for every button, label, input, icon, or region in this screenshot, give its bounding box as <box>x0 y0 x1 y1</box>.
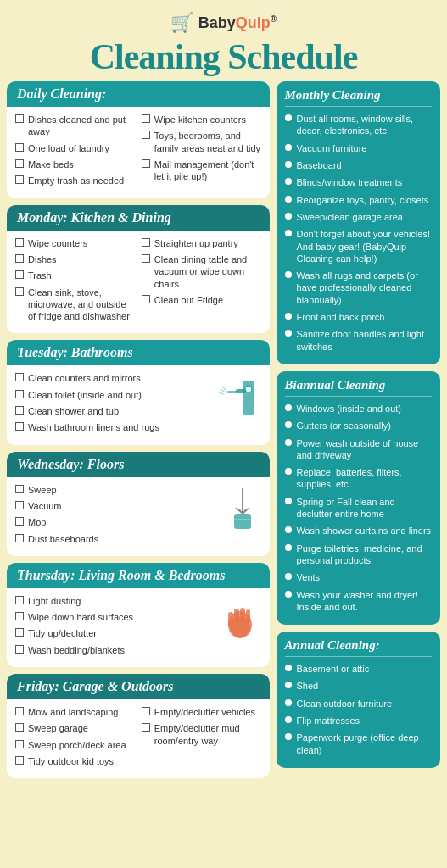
wednesday-header: Wednesday: Floors <box>7 452 270 477</box>
checkbox[interactable] <box>15 485 24 493</box>
checkbox[interactable] <box>142 707 150 715</box>
thursday-title: Thursday: Living Room & Bedrooms <box>17 568 260 583</box>
cart-icon: 🛒 <box>170 12 193 34</box>
bullet-icon <box>285 716 292 723</box>
checkbox[interactable] <box>142 159 150 168</box>
friday-item-3: Sweep porch/deck area <box>15 739 135 751</box>
annual-item-2: Shed <box>285 680 432 692</box>
biannual-item-7: Purge toiletries, medicine, and personal… <box>285 542 432 567</box>
checkbox[interactable] <box>15 596 24 604</box>
biannual-item-9: Wash your washer and dryer! Inside and o… <box>285 589 432 614</box>
left-column: Daily Cleaning: Dishes cleaned and put a… <box>7 81 270 785</box>
checkbox[interactable] <box>15 175 24 184</box>
daily-item-7: Mail management (don't let it pile up!) <box>142 159 261 183</box>
friday-title: Friday: Garage & Outdoors <box>17 679 260 694</box>
checkbox[interactable] <box>142 295 150 303</box>
tuesday-section: Tuesday: Bathrooms Clean counters an <box>7 340 270 444</box>
spray-bottle-icon <box>219 372 261 426</box>
checkbox[interactable] <box>15 628 24 637</box>
monthly-item-7: Don't forget about your vehicles! And ba… <box>285 228 432 264</box>
wednesday-section: Wednesday: Floors Sweep Va <box>7 452 270 556</box>
checkbox[interactable] <box>15 159 24 168</box>
thursday-item-3: Tidy up/declutter <box>15 627 212 639</box>
annual-item-1: Basement or attic <box>285 663 432 675</box>
checkbox[interactable] <box>15 517 24 526</box>
checkbox[interactable] <box>15 390 24 398</box>
monthly-section: Monthly Cleaning Dust all rooms, window … <box>277 81 440 364</box>
checkbox[interactable] <box>142 131 150 139</box>
checkbox[interactable] <box>15 612 24 620</box>
checkbox[interactable] <box>142 114 150 123</box>
bullet-icon <box>285 682 292 688</box>
checkbox[interactable] <box>15 287 24 296</box>
svg-rect-7 <box>234 514 251 529</box>
right-column: Monthly Cleaning Dust all rooms, window … <box>277 81 440 785</box>
thursday-body: Light dusting Wipe down hard surfaces Ti… <box>7 588 270 667</box>
wednesday-item-3: Mop <box>15 516 212 528</box>
checkbox[interactable] <box>15 373 24 381</box>
checkbox[interactable] <box>142 254 150 263</box>
bullet-icon <box>285 544 292 551</box>
bullet-icon <box>285 114 292 121</box>
bullet-icon <box>285 591 292 598</box>
monthly-item-3: Baseboard <box>285 159 432 171</box>
checkbox[interactable] <box>15 270 24 279</box>
monday-body: Wipe counters Dishes Trash Clean sink, s… <box>7 231 270 334</box>
checkbox[interactable] <box>15 114 24 123</box>
bullet-icon <box>285 468 292 475</box>
checkbox[interactable] <box>142 238 150 247</box>
checkbox[interactable] <box>15 501 24 509</box>
checkbox[interactable] <box>15 254 24 263</box>
checkbox[interactable] <box>15 422 24 431</box>
annual-item-4: Flip mattresses <box>285 715 432 726</box>
monthly-item-4: Blinds/window treatments <box>285 176 432 188</box>
daily-body: Dishes cleaned and put away One load of … <box>7 107 270 198</box>
friday-item-6: Empty/declutter mud room/entry way <box>142 722 261 747</box>
checkbox[interactable] <box>15 143 24 152</box>
bullet-icon <box>285 230 292 236</box>
checkbox[interactable] <box>15 645 24 654</box>
biannual-section: Biannual Cleaning Windows (inside and ou… <box>277 371 440 625</box>
wednesday-title: Wednesday: Floors <box>17 457 260 472</box>
checkbox[interactable] <box>15 740 24 748</box>
checkbox[interactable] <box>15 707 24 715</box>
svg-line-12 <box>243 508 249 514</box>
daily-item-5: Wipe kitchen counters <box>142 114 261 125</box>
tuesday-item-4: Wash bathroom linens and rugs <box>15 421 212 433</box>
monday-section: Monday: Kitchen & Dining Wipe counters D… <box>7 205 270 334</box>
mop-bucket-icon <box>219 484 261 537</box>
thursday-item-4: Wash bedding/blankets <box>15 644 212 656</box>
checkbox[interactable] <box>15 723 24 732</box>
bullet-icon <box>285 196 292 203</box>
checkbox[interactable] <box>15 238 24 247</box>
checkbox[interactable] <box>142 723 150 732</box>
tuesday-item-3: Clean shower and tub <box>15 405 212 417</box>
friday-section: Friday: Garage & Outdoors Mow and landsc… <box>7 674 270 778</box>
daily-title: Daily Cleaning: <box>17 86 260 102</box>
wednesday-item-4: Dust baseboards <box>15 533 212 545</box>
friday-item-2: Sweep garage <box>15 722 135 734</box>
checkbox[interactable] <box>15 534 24 542</box>
daily-item-4: Empty trash as needed <box>15 175 135 186</box>
bullet-icon <box>285 498 292 504</box>
brand-name: BabyQuip® <box>198 14 277 32</box>
checkbox[interactable] <box>15 406 24 415</box>
thursday-item-1: Light dusting <box>15 595 212 607</box>
checkbox[interactable] <box>15 756 24 765</box>
annual-item-3: Clean outdoor furniture <box>285 698 432 709</box>
monday-item-6: Clean dining table and vacuum or wipe do… <box>142 253 261 290</box>
monthly-item-1: Dust all rooms, window sills, decor, ele… <box>285 113 432 137</box>
biannual-item-1: Windows (inside and out) <box>285 403 432 415</box>
monthly-item-9: Front and back porch <box>285 311 432 323</box>
monday-item-7: Clean out Fridge <box>142 294 261 306</box>
biannual-item-4: Replace: batteries, filters, supplies, e… <box>285 466 432 491</box>
bullet-icon <box>285 330 292 337</box>
bullet-icon <box>285 178 292 185</box>
svg-line-5 <box>219 392 224 394</box>
monthly-item-6: Sweep/clean garage area <box>285 211 432 223</box>
tuesday-title: Tuesday: Bathrooms <box>17 345 260 360</box>
daily-section: Daily Cleaning: Dishes cleaned and put a… <box>7 81 270 198</box>
monday-lists: Wipe counters Dishes Trash Clean sink, s… <box>15 237 261 327</box>
monthly-title: Monthly Cleaning <box>285 88 432 107</box>
bullet-icon <box>285 439 292 446</box>
